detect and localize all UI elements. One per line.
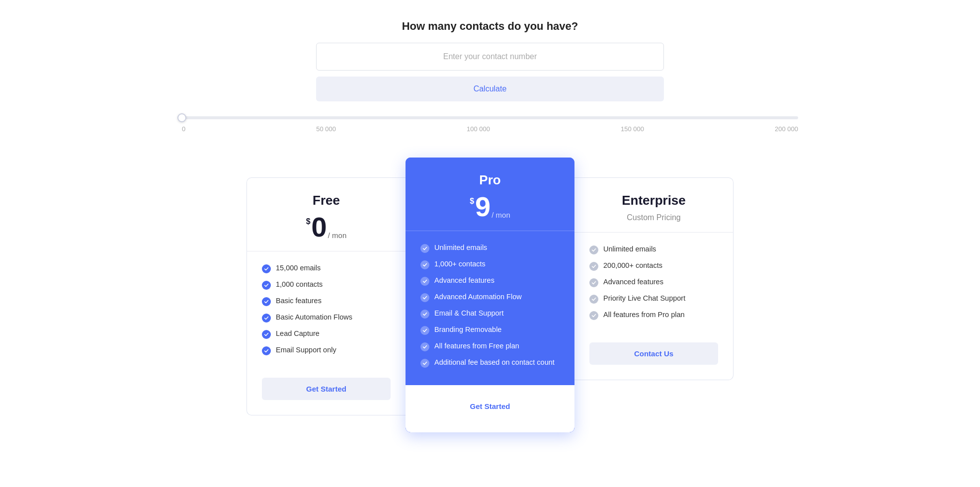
- pro-get-started-button[interactable]: Get Started: [420, 395, 560, 417]
- free-price-amount: 0: [312, 213, 327, 241]
- pro-plan-header: Pro $ 9 / mon: [406, 158, 574, 231]
- free-plan-name: Free: [262, 193, 391, 208]
- list-item: 1,000+ contacts: [420, 260, 560, 269]
- list-item: Advanced features: [589, 278, 718, 287]
- free-price-symbol: $: [306, 217, 311, 226]
- calculate-button[interactable]: Calculate: [316, 77, 664, 101]
- slider-label-200k: 200 000: [775, 125, 798, 133]
- enterprise-plan-name: Enterprise: [589, 193, 718, 208]
- check-icon: [589, 262, 598, 271]
- list-item: Advanced features: [420, 276, 560, 286]
- check-icon: [262, 346, 271, 355]
- slider-label-100k: 100 000: [467, 125, 490, 133]
- check-icon: [589, 278, 598, 287]
- free-plan-price-row: $ 0 / mon: [262, 213, 391, 241]
- check-icon: [420, 359, 429, 368]
- pro-price-amount: 9: [475, 193, 490, 221]
- pro-price-period: / mon: [491, 211, 510, 219]
- list-item: Basic features: [262, 297, 391, 306]
- list-item: All features from Pro plan: [589, 311, 718, 320]
- pro-price-symbol: $: [470, 197, 474, 206]
- check-icon: [420, 326, 429, 335]
- list-item: All features from Free plan: [420, 342, 560, 351]
- list-item: Lead Capture: [262, 329, 391, 339]
- slider-label-150k: 150 000: [621, 125, 644, 133]
- list-item: Unlimited emails: [420, 244, 560, 253]
- list-item: 1,000 contacts: [262, 280, 391, 290]
- list-item: 15,000 emails: [262, 264, 391, 273]
- contact-input[interactable]: [316, 43, 664, 71]
- list-item: Email Support only: [262, 346, 391, 355]
- check-icon: [262, 330, 271, 339]
- check-icon: [420, 293, 429, 302]
- list-item: Unlimited emails: [589, 245, 718, 254]
- slider-labels: 0 50 000 100 000 150 000 200 000: [182, 125, 798, 133]
- enterprise-custom-pricing: Custom Pricing: [589, 213, 718, 222]
- list-item: Additional fee based on contact count: [420, 358, 560, 368]
- list-item: 200,000+ contacts: [589, 261, 718, 271]
- pro-plan-footer: Get Started: [406, 385, 574, 432]
- check-icon: [262, 297, 271, 306]
- free-plan-header: Free $ 0 / mon: [247, 178, 406, 251]
- check-icon: [420, 277, 429, 286]
- pro-plan-price-row: $ 9 / mon: [420, 193, 560, 221]
- enterprise-plan-header: Enterprise Custom Pricing: [574, 178, 733, 232]
- check-icon: [262, 314, 271, 323]
- slider-label-50k: 50 000: [316, 125, 336, 133]
- pro-plan-card: Pro $ 9 / mon Unlimited emails: [406, 158, 574, 432]
- enterprise-plan-card: Enterprise Custom Pricing Unlimited emai…: [574, 177, 734, 380]
- list-item: Basic Automation Flows: [262, 313, 391, 323]
- enterprise-contact-us-button[interactable]: Contact Us: [589, 342, 718, 365]
- enterprise-plan-footer: Contact Us: [574, 332, 733, 380]
- page-title: How many contacts do you have?: [402, 20, 578, 33]
- pro-plan-name: Pro: [420, 172, 560, 188]
- free-price-period: / mon: [328, 231, 347, 240]
- check-icon: [589, 295, 598, 304]
- pro-features-list: Unlimited emails 1,000+ contacts Advance…: [406, 231, 574, 380]
- list-item: Priority Live Chat Support: [589, 294, 718, 304]
- check-icon: [420, 260, 429, 269]
- list-item: Email & Chat Support: [420, 309, 560, 319]
- pricing-section: Free $ 0 / mon 15,000 emails 1,000 conta…: [217, 158, 763, 432]
- enterprise-features-list: Unlimited emails 200,000+ contacts Advan…: [574, 233, 733, 332]
- list-item: Advanced Automation Flow: [420, 293, 560, 302]
- slider-thumb[interactable]: [177, 113, 186, 122]
- check-icon: [589, 311, 598, 320]
- check-icon: [420, 244, 429, 253]
- free-features-list: 15,000 emails 1,000 contacts Basic featu…: [247, 251, 406, 368]
- free-get-started-button[interactable]: Get Started: [262, 378, 391, 400]
- check-icon: [262, 264, 271, 273]
- check-icon: [589, 245, 598, 254]
- free-plan-footer: Get Started: [247, 368, 406, 415]
- list-item: Branding Removable: [420, 325, 560, 335]
- check-icon: [420, 342, 429, 351]
- slider-track[interactable]: [182, 116, 798, 119]
- check-icon: [262, 281, 271, 290]
- pro-features-bg: Unlimited emails 1,000+ contacts Advance…: [406, 231, 574, 385]
- free-plan-card: Free $ 0 / mon 15,000 emails 1,000 conta…: [246, 177, 406, 415]
- slider-label-0: 0: [182, 125, 185, 133]
- check-icon: [420, 310, 429, 319]
- slider-container: 0 50 000 100 000 150 000 200 000: [142, 116, 838, 133]
